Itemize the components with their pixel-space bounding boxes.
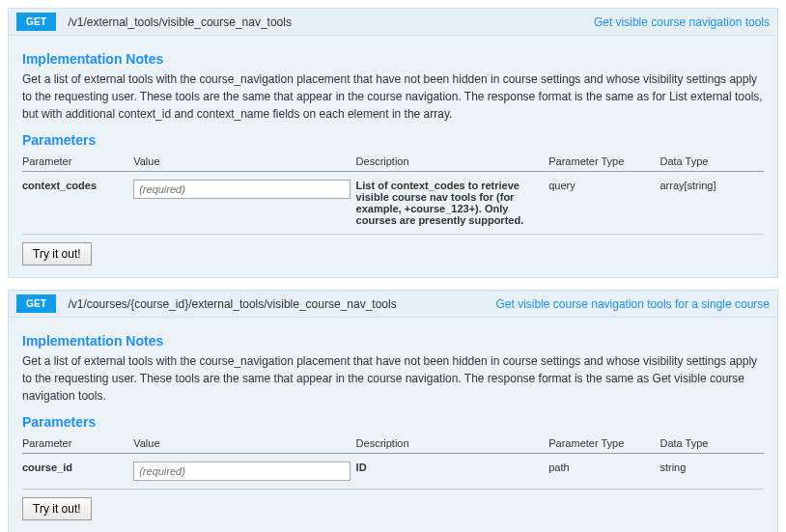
parameter-value-input[interactable] (133, 462, 350, 481)
parameters-table: Parameter Value Description Parameter Ty… (22, 152, 764, 235)
column-header-description: Description (356, 434, 549, 454)
parameter-value-input[interactable] (133, 180, 350, 199)
implementation-notes-text: Get a list of external tools with the co… (22, 352, 764, 405)
column-header-parameter: Parameter (22, 152, 133, 172)
table-row: course_id ID path string (22, 454, 764, 490)
parameter-data-type: array[string] (660, 172, 764, 235)
implementation-notes-heading: Implementation Notes (22, 333, 764, 349)
endpoint-block: GET /v1/courses/{course_id}/external_too… (8, 290, 778, 532)
implementation-notes-text: Get a list of external tools with the co… (22, 70, 764, 123)
column-header-data-type: Data Type (660, 152, 764, 172)
endpoint-body: Implementation Notes Get a list of exter… (8, 36, 778, 278)
parameters-table: Parameter Value Description Parameter Ty… (22, 434, 764, 490)
table-header-row: Parameter Value Description Parameter Ty… (22, 434, 764, 454)
http-method-badge: GET (16, 294, 56, 313)
try-it-out-button[interactable]: Try it out! (22, 497, 92, 520)
endpoint-path: /v1/external_tools/visible_course_nav_to… (68, 15, 291, 29)
column-header-description: Description (356, 152, 549, 172)
try-it-out-button[interactable]: Try it out! (22, 242, 92, 266)
parameter-name: course_id (22, 454, 133, 490)
implementation-notes-heading: Implementation Notes (22, 51, 764, 67)
table-header-row: Parameter Value Description Parameter Ty… (22, 152, 764, 172)
column-header-data-type: Data Type (660, 434, 764, 454)
column-header-value: Value (133, 434, 355, 454)
parameter-data-type: string (660, 454, 764, 490)
endpoint-path: /v1/courses/{course_id}/external_tools/v… (68, 297, 396, 311)
endpoint-header[interactable]: GET /v1/external_tools/visible_course_na… (8, 8, 778, 36)
http-method-badge: GET (16, 13, 56, 31)
parameters-heading: Parameters (22, 132, 764, 148)
column-header-parameter-type: Parameter Type (548, 434, 660, 454)
column-header-parameter-type: Parameter Type (548, 152, 660, 172)
parameter-name: context_codes (22, 172, 133, 235)
column-header-parameter: Parameter (22, 434, 133, 454)
parameter-type: query (548, 172, 660, 235)
parameter-description: List of context_codes to retrieve visibl… (356, 172, 549, 235)
parameters-heading: Parameters (22, 414, 764, 430)
parameter-type: path (548, 454, 660, 490)
table-row: context_codes List of context_codes to r… (22, 172, 764, 235)
endpoint-doc-link[interactable]: Get visible course navigation tools for … (496, 297, 770, 311)
endpoint-doc-link[interactable]: Get visible course navigation tools (594, 15, 770, 29)
endpoint-header[interactable]: GET /v1/courses/{course_id}/external_too… (8, 290, 778, 318)
endpoint-body: Implementation Notes Get a list of exter… (8, 318, 778, 532)
column-header-value: Value (133, 152, 355, 172)
parameter-description: ID (356, 454, 549, 490)
endpoint-block: GET /v1/external_tools/visible_course_na… (8, 8, 778, 278)
